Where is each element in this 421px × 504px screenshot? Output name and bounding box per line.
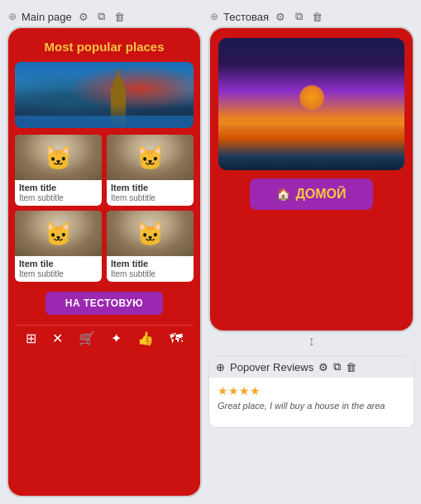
copy-icon[interactable]: ⧉ (95, 10, 108, 23)
item-card-image-4 (107, 211, 194, 256)
cat-image-2 (107, 135, 194, 180)
bottom-nav-like-icon[interactable]: 👍 (137, 330, 154, 346)
testovaya-panel: ⊕ Тестовая ⚙ ⧉ 🗑 🏠 ДОМОЙ ↕ (208, 7, 414, 350)
testovaya-copy-icon[interactable]: ⧉ (292, 10, 305, 23)
water-bg (15, 116, 194, 128)
home-button-icon: 🏠 (276, 188, 290, 201)
bottom-nav-close-icon[interactable]: ✕ (52, 330, 63, 346)
item-card-1[interactable]: Item title Item subtitle (15, 135, 102, 206)
item-card-title-4: Item title (107, 256, 194, 269)
item-card-title-1: Item title (15, 180, 102, 193)
main-page-title: Main page (22, 11, 72, 23)
item-card-2[interactable]: Item title Item subtitle (107, 135, 194, 206)
testovaya-delete-icon[interactable]: 🗑 (310, 10, 323, 23)
bottom-nav-star-icon[interactable]: ✦ (111, 330, 122, 346)
popular-title: Most popular places (15, 36, 194, 55)
resize-handle[interactable]: ↕ (208, 332, 414, 350)
nav-button-container: НА ТЕСТОВУЮ (15, 288, 194, 318)
delete-icon[interactable]: 🗑 (113, 10, 127, 23)
testovaya-header: ⊕ Тестовая ⚙ ⧉ 🗑 (208, 7, 414, 26)
home-button-label: ДОМОЙ (295, 187, 346, 202)
cat-image-3 (15, 211, 102, 256)
bottom-nav-map-icon[interactable]: 🗺 (170, 331, 183, 346)
item-card-image-1 (15, 135, 102, 180)
item-card-image-2 (107, 135, 194, 180)
bottom-nav-grid-icon[interactable]: ⊞ (26, 330, 36, 346)
right-panel: ⊕ Тестовая ⚙ ⧉ 🗑 🏠 ДОМОЙ ↕ (208, 7, 414, 497)
popover-settings-icon[interactable]: ⚙ (318, 361, 328, 373)
items-grid: Item title Item subtitle Item title Item… (15, 135, 194, 282)
home-button[interactable]: 🏠 ДОМОЙ (250, 178, 372, 210)
popover-header: ⊕ Popover Reviews ⚙ ⧉ 🗑 (209, 356, 414, 378)
item-card-title-3: Item tile (15, 256, 102, 269)
main-page-phone-frame: Most popular places Item title Item (7, 26, 202, 497)
item-card-subtitle-2: Item subtitle (107, 193, 194, 202)
popover-delete-icon[interactable]: 🗑 (346, 361, 356, 373)
review-text: Great place, I will buy a house in the a… (218, 401, 405, 411)
popover-content: ★★★★ Great place, I will buy a house in … (209, 378, 414, 427)
item-card-image-3 (15, 211, 102, 256)
sunset-sun (299, 85, 324, 110)
nav-button[interactable]: НА ТЕСТОВУЮ (45, 292, 163, 315)
popover-reviews-panel: ⊕ Popover Reviews ⚙ ⧉ 🗑 ★★★★ Great place… (208, 355, 414, 428)
testovaya-move-icon[interactable]: ⊕ (210, 11, 218, 22)
bottom-nav: ⊞ ✕ 🛒 ✦ 👍 🗺 (15, 325, 194, 351)
testovaya-title: Тестовая (223, 11, 269, 23)
settings-icon[interactable]: ⚙ (77, 10, 90, 23)
item-card-title-2: Item title (107, 180, 194, 193)
popover-move-icon[interactable]: ⊕ (216, 361, 225, 373)
phone-content: Most popular places Item title Item (8, 28, 200, 496)
main-page-panel: ⊕ Main page ⚙ ⧉ 🗑 Most popular places (7, 7, 202, 497)
sunset-water (218, 125, 404, 170)
move-icon[interactable]: ⊕ (8, 11, 17, 22)
cat-image-4 (107, 211, 194, 256)
item-card-3[interactable]: Item tile Item subtitle (15, 211, 102, 282)
testovaya-content: 🏠 ДОМОЙ (210, 28, 413, 330)
item-card-subtitle-4: Item subtitle (107, 269, 194, 278)
item-card-4[interactable]: Item title Item subtitle (107, 211, 194, 282)
main-page-header: ⊕ Main page ⚙ ⧉ 🗑 (7, 7, 202, 26)
popover-title: Popover Reviews (230, 361, 313, 373)
hero-image-inner (15, 62, 194, 128)
cat-image-1 (15, 135, 102, 180)
stars-rating: ★★★★ (218, 384, 405, 397)
hero-image (15, 62, 194, 128)
testovaya-settings-icon[interactable]: ⚙ (274, 10, 287, 23)
sunset-image (218, 38, 404, 170)
item-card-subtitle-3: Item subtitle (15, 269, 102, 278)
bottom-nav-cart-icon[interactable]: 🛒 (79, 330, 95, 346)
item-card-subtitle-1: Item subtitle (15, 193, 102, 202)
popover-copy-icon[interactable]: ⧉ (333, 360, 341, 373)
testovaya-phone-frame: 🏠 ДОМОЙ (208, 26, 414, 332)
